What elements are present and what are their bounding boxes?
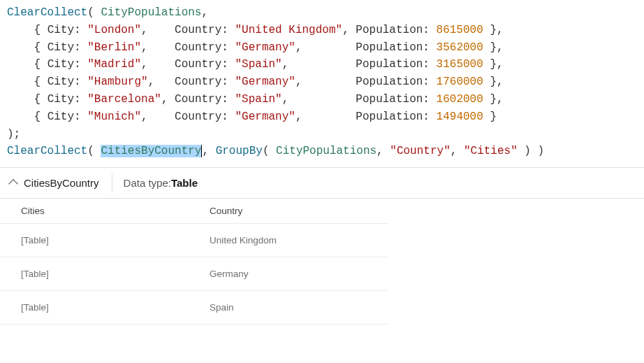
token-brace: } bbox=[490, 76, 497, 88]
token-semicolon: ; bbox=[14, 128, 21, 141]
token-ident-selected: CitiesByCountry bbox=[101, 145, 202, 157]
token-ident: CityPopulations bbox=[276, 145, 376, 157]
token-number: 1602000 bbox=[437, 93, 483, 106]
column-header-country[interactable]: Country bbox=[210, 206, 388, 216]
token-brace: } bbox=[490, 24, 497, 36]
token-brace: } bbox=[490, 111, 497, 123]
token-field: City: bbox=[47, 24, 81, 36]
token-brace: } bbox=[490, 58, 497, 71]
token-field: City: bbox=[47, 111, 81, 123]
token-string: "United Kingdom" bbox=[235, 24, 343, 36]
table-row[interactable]: [Table] Germany bbox=[0, 257, 388, 291]
token-string: "Germany" bbox=[235, 76, 295, 88]
results-title: CitiesByCountry bbox=[24, 177, 99, 189]
divider bbox=[112, 173, 112, 193]
cell-country: Spain bbox=[210, 302, 388, 313]
cell-cities[interactable]: [Table] bbox=[21, 269, 210, 279]
token-field: City: bbox=[47, 58, 81, 71]
token-field: City: bbox=[47, 93, 81, 106]
token-field: Population: bbox=[356, 24, 430, 36]
token-brace: } bbox=[490, 41, 497, 54]
token-field: Country: bbox=[175, 58, 228, 71]
token-string: "Spain" bbox=[235, 58, 282, 71]
token-field: Country: bbox=[175, 93, 228, 106]
results-header: CitiesByCountry Data type: Table bbox=[0, 168, 644, 199]
token-string: "Munich" bbox=[87, 111, 141, 123]
column-header-cities[interactable]: Cities bbox=[21, 206, 210, 216]
token-field: Population: bbox=[356, 58, 430, 71]
token-field: Population: bbox=[356, 93, 430, 106]
cell-country: United Kingdom bbox=[210, 235, 388, 245]
token-punc: , bbox=[201, 6, 208, 19]
table-header-row: Cities Country bbox=[0, 199, 388, 224]
token-string: "Barcelona" bbox=[87, 93, 161, 106]
token-number: 3562000 bbox=[437, 41, 483, 54]
token-field: Population: bbox=[356, 76, 430, 88]
token-field: Population: bbox=[356, 111, 430, 123]
token-string: "Madrid" bbox=[87, 58, 141, 71]
cell-cities[interactable]: [Table] bbox=[21, 302, 210, 313]
table-row[interactable]: [Table] Spain bbox=[0, 291, 388, 325]
token-brace: { bbox=[34, 93, 41, 106]
token-string: "Germany" bbox=[235, 41, 295, 54]
token-string: "Hamburg" bbox=[87, 76, 147, 88]
token-number: 1760000 bbox=[437, 76, 483, 88]
token-brace: { bbox=[34, 58, 41, 71]
token-func: GroupBy bbox=[216, 145, 263, 157]
datatype-label: Data type: bbox=[124, 177, 171, 189]
chevron-up-icon[interactable] bbox=[8, 179, 18, 189]
token-string: "Germany" bbox=[235, 111, 295, 123]
token-ident: CityPopulations bbox=[101, 6, 201, 19]
token-brace: { bbox=[34, 41, 41, 54]
token-number: 1494000 bbox=[437, 111, 483, 123]
token-field: City: bbox=[47, 41, 81, 54]
token-string: "Cities" bbox=[464, 145, 518, 157]
token-brace: { bbox=[34, 111, 41, 123]
cell-cities[interactable]: [Table] bbox=[21, 235, 210, 245]
token-string: "Berlin" bbox=[87, 41, 141, 54]
token-func: ClearCollect bbox=[7, 145, 87, 157]
table-row[interactable]: [Table] United Kingdom bbox=[0, 224, 388, 257]
formula-editor[interactable]: ClearCollect( CityPopulations, { City: "… bbox=[0, 0, 644, 168]
datatype-value: Table bbox=[171, 177, 198, 189]
token-func: ClearCollect bbox=[7, 6, 87, 19]
token-field: Country: bbox=[175, 41, 228, 54]
token-number: 8615000 bbox=[437, 24, 483, 36]
token-field: Country: bbox=[175, 111, 228, 123]
token-brace: } bbox=[490, 93, 497, 106]
token-field: Country: bbox=[175, 76, 228, 88]
cell-country: Germany bbox=[210, 269, 388, 279]
token-brace: { bbox=[34, 76, 41, 88]
token-field: City: bbox=[47, 76, 81, 88]
token-punc: ( bbox=[87, 6, 101, 19]
token-field: Country: bbox=[175, 24, 228, 36]
results-table: Cities Country [Table] United Kingdom [T… bbox=[0, 199, 644, 330]
token-field: Population: bbox=[356, 41, 430, 54]
token-paren: ) bbox=[7, 128, 14, 141]
token-number: 3165000 bbox=[437, 58, 483, 71]
token-string: "Spain" bbox=[235, 93, 282, 106]
token-string: "Country" bbox=[390, 145, 450, 157]
token-brace: { bbox=[34, 24, 41, 36]
token-string: "London" bbox=[87, 24, 141, 36]
